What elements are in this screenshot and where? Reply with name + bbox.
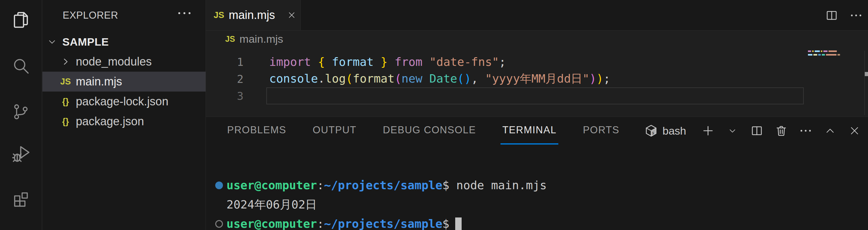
- terminal-profile-dropdown[interactable]: [725, 124, 740, 138]
- js-file-icon: JS: [59, 77, 72, 87]
- activity-bar: [0, 0, 42, 230]
- chevron-down-icon: [47, 37, 57, 47]
- code-line-3[interactable]: 3: [206, 87, 868, 104]
- activity-run-debug-button[interactable]: [10, 143, 31, 164]
- activity-explorer-button[interactable]: [10, 9, 31, 31]
- files-icon: [10, 10, 31, 30]
- chevron-right-icon: [59, 57, 72, 66]
- panel-tab-bar: PROBLEMSOUTPUTDEBUG CONSOLETERMINALPORTS: [225, 117, 621, 144]
- file-item-node_modules[interactable]: node_modules: [42, 52, 206, 72]
- panel-actions: $ bash: [644, 117, 862, 144]
- panel-tab-output[interactable]: OUTPUT: [311, 117, 358, 144]
- activity-search-button[interactable]: [10, 55, 31, 76]
- editor-group: JS main.mjs JS main.mjs 1import { format…: [206, 0, 868, 230]
- terminal-text: 2024年06月02日: [226, 198, 317, 211]
- command-decoration-filled[interactable]: [215, 182, 223, 189]
- panel-tab-problems[interactable]: PROBLEMS: [225, 117, 288, 144]
- breadcrumb-file-name: main.mjs: [240, 33, 283, 45]
- terminal-cursor: [455, 218, 462, 230]
- split-terminal-button[interactable]: [750, 124, 764, 138]
- terminal-text: $: [442, 178, 456, 192]
- js-file-icon: JS: [225, 34, 235, 44]
- file-name: package.json: [76, 115, 144, 128]
- panel-tab-ports[interactable]: PORTS: [581, 117, 621, 144]
- json-file-icon: {}: [59, 117, 72, 127]
- split-editor-button[interactable]: [825, 9, 838, 22]
- current-line-highlight: [266, 87, 804, 104]
- file-name: package-lock.json: [76, 95, 168, 108]
- panel-more-actions-button[interactable]: [799, 124, 813, 138]
- command-decoration-hollow[interactable]: [215, 220, 223, 228]
- extensions-icon: [11, 190, 30, 208]
- svg-text:$: $: [652, 131, 654, 135]
- js-file-icon: JS: [214, 10, 224, 20]
- terminal-text: ~/projects/sample: [324, 217, 442, 230]
- line-number: 3: [206, 90, 244, 102]
- file-name: node_modules: [76, 55, 152, 68]
- minimap[interactable]: [808, 51, 841, 58]
- maximize-panel-button[interactable]: [823, 124, 837, 138]
- line-number: 1: [206, 56, 244, 68]
- sidebar-title: EXPLORER: [63, 10, 118, 21]
- tab-close-button[interactable]: [285, 8, 299, 22]
- bash-cube-icon: $: [644, 124, 658, 137]
- source-control-branch-icon: [11, 102, 30, 121]
- folder-name: SAMPLE: [62, 36, 109, 48]
- code-editor[interactable]: 1import { format } from "date-fns";2cons…: [206, 53, 868, 104]
- terminal-line[interactable]: 2024年06月02日: [206, 195, 868, 214]
- file-name: main.mjs: [76, 75, 122, 88]
- terminal-line[interactable]: user@computer:~/projects/sample$ node ma…: [206, 176, 868, 195]
- file-item-package-lock.json[interactable]: {}package-lock.json: [42, 92, 206, 111]
- terminal-instance-bash[interactable]: $ bash: [644, 124, 686, 137]
- run-and-debug-icon: [11, 144, 31, 164]
- line-number: 2: [206, 73, 244, 86]
- new-terminal-button[interactable]: [701, 124, 715, 138]
- file-item-main.mjs[interactable]: JSmain.mjs: [42, 72, 206, 92]
- editor-more-actions-button[interactable]: [849, 12, 863, 19]
- terminal-text: node main.mjs: [456, 178, 547, 192]
- breadcrumb[interactable]: JS main.mjs: [206, 31, 283, 47]
- shell-name: bash: [662, 125, 686, 137]
- folder-section-header[interactable]: SAMPLE: [42, 32, 206, 52]
- code-line-2[interactable]: 2console.log(format(new Date(), "yyyy年MM…: [206, 70, 868, 87]
- terminal-text: ~/projects/sample: [324, 178, 442, 192]
- tab-label: main.mjs: [229, 8, 275, 22]
- editor-actions: [825, 0, 863, 31]
- close-panel-button[interactable]: [847, 124, 862, 138]
- code-text: import { format } from "date-fns";: [269, 55, 506, 68]
- terminal-text: :: [317, 178, 324, 192]
- scrollbar-thumb[interactable]: [865, 72, 868, 76]
- json-file-icon: {}: [59, 97, 72, 107]
- explorer-sidebar: EXPLORER SAMPLE node_modulesJSmain.mjs{}…: [42, 0, 206, 230]
- panel-tab-terminal[interactable]: TERMINAL: [500, 117, 559, 144]
- code-text: console.log(format(new Date(), "yyyy年MM月…: [269, 71, 610, 87]
- kill-terminal-button[interactable]: [774, 124, 788, 138]
- tab-bar: JS main.mjs: [206, 0, 868, 31]
- activity-extensions-button[interactable]: [10, 188, 31, 209]
- code-line-1[interactable]: 1import { format } from "date-fns";: [206, 53, 868, 70]
- terminal[interactable]: user@computer:~/projects/sample$ node ma…: [206, 176, 868, 230]
- terminal-text: $: [442, 217, 450, 230]
- bottom-panel: PROBLEMSOUTPUTDEBUG CONSOLETERMINALPORTS…: [206, 117, 868, 230]
- file-tree: node_modulesJSmain.mjs{}package-lock.jso…: [42, 52, 206, 131]
- terminal-text: user@computer: [226, 178, 317, 192]
- explorer-more-actions-button[interactable]: [177, 8, 192, 18]
- panel-tab-debug-console[interactable]: DEBUG CONSOLE: [381, 117, 478, 144]
- terminal-line[interactable]: user@computer:~/projects/sample$: [206, 214, 868, 230]
- terminal-text: user@computer: [226, 217, 317, 230]
- terminal-text: :: [317, 217, 324, 230]
- tab-main-mjs[interactable]: JS main.mjs: [206, 0, 301, 30]
- search-icon: [11, 56, 31, 75]
- file-item-package.json[interactable]: {}package.json: [42, 111, 206, 131]
- activity-source-control-button[interactable]: [10, 101, 31, 122]
